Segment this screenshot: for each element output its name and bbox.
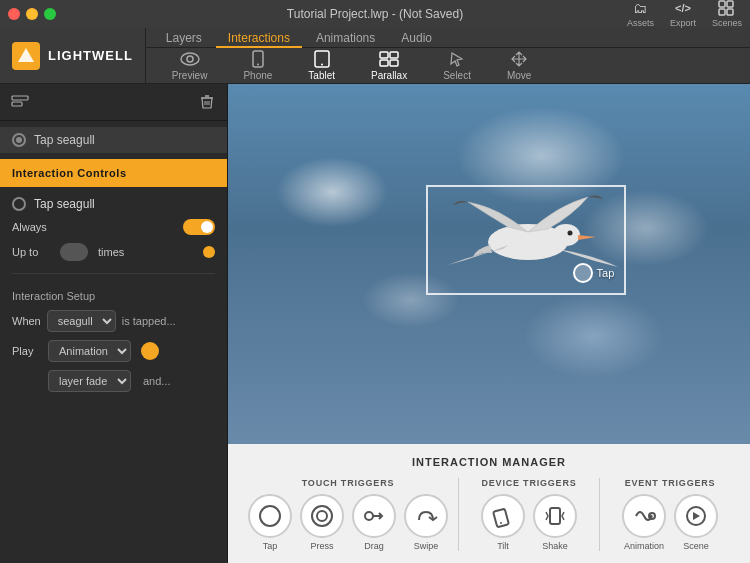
svg-rect-24 [493, 509, 509, 528]
minimize-button[interactable] [26, 8, 38, 20]
divider [12, 273, 215, 274]
swipe-trigger-button[interactable]: Swipe [404, 494, 448, 551]
seagull-container[interactable]: Tap [426, 185, 626, 295]
svg-rect-12 [390, 52, 398, 58]
svg-point-5 [181, 53, 199, 65]
list-item[interactable]: Tap seagull [0, 127, 227, 153]
swipe-trigger-label: Swipe [414, 541, 439, 551]
scene-trigger-button[interactable]: Scene [674, 494, 718, 551]
assets-button[interactable]: 🗂 Assets [627, 0, 654, 28]
title-bar-actions: 🗂 Assets </> Export Scenes [627, 0, 742, 28]
close-button[interactable] [8, 8, 20, 20]
app-body: LIGHTWELL Layers Interactions Animations… [0, 28, 750, 563]
svg-rect-13 [380, 60, 388, 66]
tab-row: Layers Interactions Animations Audio [146, 28, 750, 48]
move-icon [508, 50, 530, 68]
touch-triggers-category: TOUCH TRIGGERS Tap [248, 478, 448, 551]
and-label: and... [143, 375, 171, 387]
right-panel: Tap INTERACTION MANAGER TOUCH TRIGGERS [228, 84, 750, 563]
svg-marker-4 [18, 48, 34, 62]
upto-row: Up to times [12, 243, 215, 261]
svg-point-20 [260, 506, 280, 526]
upto-toggle[interactable] [203, 246, 215, 258]
tap-trigger-button[interactable]: Tap [248, 494, 292, 551]
interaction-item-label: Tap seagull [34, 133, 95, 147]
interaction-manager: INTERACTION MANAGER TOUCH TRIGGERS [228, 444, 750, 563]
svg-point-6 [187, 56, 193, 62]
svg-point-22 [317, 511, 327, 521]
panel-toolbar [0, 84, 227, 121]
toolbar-preview[interactable]: Preview [166, 48, 214, 83]
preview-label: Preview [172, 70, 208, 81]
tab-audio[interactable]: Audio [389, 29, 444, 48]
play-orange-button[interactable] [141, 342, 159, 360]
toolbar-move[interactable]: Move [501, 48, 537, 83]
toolbar-select[interactable]: Select [437, 48, 477, 83]
press-trigger-button[interactable]: Press [300, 494, 344, 551]
tab-interactions[interactable]: Interactions [216, 29, 302, 48]
name-radio[interactable] [12, 197, 26, 211]
im-title: INTERACTION MANAGER [248, 456, 730, 468]
layer-row: layer fade and... [12, 370, 215, 392]
touch-triggers-icons: Tap Press [248, 494, 448, 551]
window-controls [8, 8, 56, 20]
assets-icon: 🗂 [630, 0, 650, 16]
when-label: When [12, 315, 41, 327]
touch-triggers-title: TOUCH TRIGGERS [302, 478, 395, 488]
tablet-label: Tablet [308, 70, 335, 81]
radio-button[interactable] [12, 133, 26, 147]
scene-trigger-label: Scene [683, 541, 709, 551]
interaction-list: Tap seagull [0, 121, 227, 159]
export-button[interactable]: </> Export [670, 0, 696, 28]
upto-label: Up to [12, 246, 52, 258]
drag-trigger-button[interactable]: Drag [352, 494, 396, 551]
toolbar-tablet[interactable]: Tablet [302, 48, 341, 83]
scene-trigger-icon [674, 494, 718, 538]
play-row: Play Animation [12, 340, 215, 362]
svg-rect-15 [12, 96, 28, 100]
select-icon [446, 50, 468, 68]
scenes-label: Scenes [712, 18, 742, 28]
tab-layers[interactable]: Layers [154, 29, 214, 48]
title-bar: Tutorial Project.lwp - (Not Saved) 🗂 Ass… [0, 0, 750, 28]
drag-trigger-icon [352, 494, 396, 538]
tilt-trigger-button[interactable]: Tilt [481, 494, 525, 551]
svg-rect-2 [719, 9, 725, 15]
svg-point-25 [500, 522, 502, 524]
shake-trigger-button[interactable]: Shake [533, 494, 577, 551]
event-triggers-title: EVENT TRIGGERS [625, 478, 716, 488]
toolbar-phone[interactable]: Phone [237, 48, 278, 83]
parallax-label: Parallax [371, 70, 407, 81]
is-tapped-label: is tapped... [122, 315, 176, 327]
svg-rect-11 [380, 52, 388, 58]
when-select[interactable]: seagull [47, 310, 116, 332]
canvas-area[interactable]: Tap [228, 84, 750, 444]
delete-icon[interactable] [195, 90, 219, 114]
toolbar-row: Preview Phone [146, 48, 750, 83]
animation-trigger-button[interactable]: Animation [622, 494, 666, 551]
always-toggle[interactable] [183, 219, 215, 235]
divider-1 [458, 478, 459, 551]
times-input[interactable] [60, 243, 88, 261]
play-select[interactable]: Animation [48, 340, 131, 362]
header-row: LIGHTWELL Layers Interactions Animations… [0, 28, 750, 84]
tab-animations[interactable]: Animations [304, 29, 387, 48]
svg-rect-3 [727, 9, 733, 15]
layer-select[interactable]: layer fade [48, 370, 131, 392]
always-row: Always [12, 219, 215, 235]
assets-label: Assets [627, 18, 654, 28]
move-label: Move [507, 70, 531, 81]
svg-rect-14 [390, 60, 398, 66]
tap-trigger-label: Tap [263, 541, 278, 551]
export-label: Export [670, 18, 696, 28]
add-layer-icon[interactable] [8, 90, 32, 114]
event-triggers-icons: Animation Scene [622, 494, 718, 551]
maximize-button[interactable] [44, 8, 56, 20]
scenes-button[interactable]: Scenes [712, 0, 742, 28]
tap-trigger-icon [248, 494, 292, 538]
scenes-icon [717, 0, 737, 16]
always-label: Always [12, 221, 52, 233]
animation-trigger-icon [622, 494, 666, 538]
toolbar-parallax[interactable]: Parallax [365, 48, 413, 83]
svg-rect-1 [727, 1, 733, 7]
